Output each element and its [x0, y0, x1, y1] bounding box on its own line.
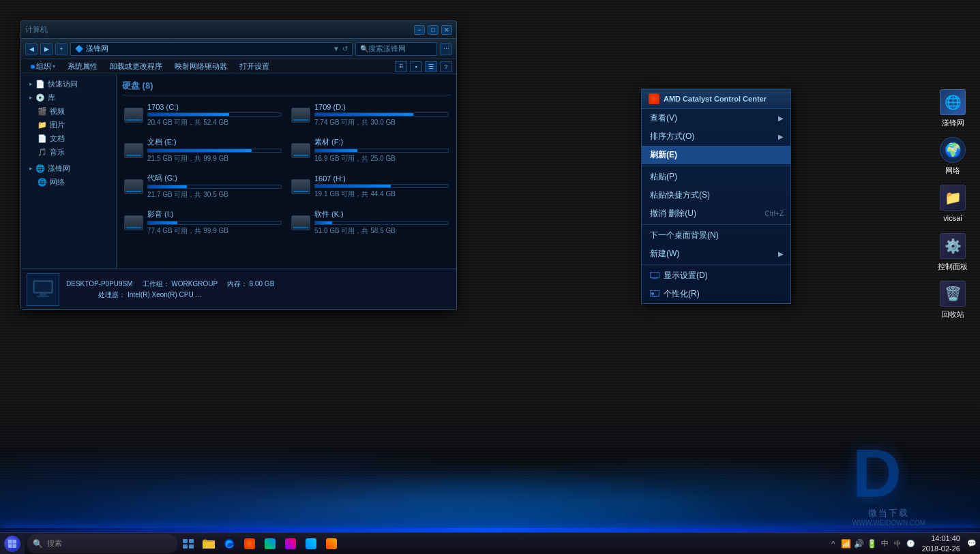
ctx-item-sort[interactable]: 排序方式(O) ▶ [642, 127, 790, 146]
taskbar-app5-icon[interactable] [322, 534, 341, 553]
start-button[interactable] [0, 533, 25, 555]
explorer-title: 计算机 [25, 25, 48, 35]
drive-c-info: 1703 (C:) 20.4 GB 可用，共 52.4 GB [147, 103, 282, 127]
refresh-icon[interactable]: ↺ [342, 45, 348, 52]
taskbar-edge-icon[interactable] [220, 534, 239, 553]
drive-e-icon [124, 141, 143, 160]
explorer-toolbar: ◀ ▶ + 🔷 漾锋网 ▼ ↺ 🔍 搜索漾锋网 ⋯ [21, 39, 456, 59]
ctx-display-inner: 显示设置(D) [650, 270, 708, 281]
address-dropdown-icon[interactable]: ▼ [333, 45, 340, 52]
sidebar-yangfeng-label: 漾锋网 [48, 164, 70, 174]
drive-c-icon [124, 106, 143, 125]
taskbar-app2-icon[interactable] [261, 534, 280, 553]
sidebar-network-label: 网络 [50, 177, 65, 187]
drive-k[interactable]: 软件 (K:) 51.0 GB 可用，共 58.5 GB [289, 207, 451, 238]
hdd-icon-f [291, 143, 310, 158]
desktop-icon-controlpanel[interactable]: ⚙️ 控制面板 [932, 232, 973, 272]
drive-f[interactable]: 素材 (F:) 16.9 GB 可用，共 25.0 GB [289, 135, 451, 166]
svg-point-10 [651, 292, 654, 295]
ctx-personalize-inner: 个性化(R) [650, 288, 700, 300]
view-icon-btn1[interactable]: ⠿ [395, 61, 407, 72]
desktop-icons: 🌐 漾锋网 🌍 网络 📁 vicsai ⚙️ 控制面板 [932, 89, 973, 320]
ctx-item-view[interactable]: 查看(V) ▶ [642, 109, 790, 127]
menu-system-props[interactable]: 系统属性 [62, 61, 103, 73]
ctx-paste-label: 粘贴(P) [650, 171, 677, 183]
ctx-item-undo[interactable]: 撤消 删除(U) Ctrl+Z [642, 204, 790, 223]
hdd-icon-g [124, 179, 143, 194]
sidebar-documents-label: 文档 [50, 134, 65, 144]
drive-e[interactable]: 文档 (E:) 21.5 GB 可用，共 99.9 GB [122, 135, 284, 166]
menu-open-settings[interactable]: 打开设置 [234, 61, 275, 73]
desktop-icon-yangfeng[interactable]: 🌐 漾锋网 [932, 89, 973, 128]
drive-d-info: 1709 (D:) 7.74 GB 可用，共 30.0 GB [314, 103, 449, 127]
forward-button[interactable]: ▶ [40, 43, 53, 55]
menu-organize-arrow: ▾ [53, 63, 55, 70]
ctx-item-new[interactable]: 新建(W) ▶ [642, 245, 790, 263]
ctx-item-paste-shortcut[interactable]: 粘贴快捷方式(S) [642, 186, 790, 204]
desktop-icon-vicsai[interactable]: 📁 vicsai [932, 184, 973, 224]
sidebar-item-library[interactable]: ▸ 💿 库 [21, 91, 116, 104]
maximize-button[interactable]: □ [428, 25, 439, 35]
address-bar[interactable]: 🔷 漾锋网 ▼ ↺ [70, 42, 353, 56]
ctx-item-personalize[interactable]: 个性化(R) [642, 285, 790, 303]
ctx-item-paste[interactable]: 粘贴(P) [642, 168, 790, 186]
taskbar-app4-icon[interactable] [301, 534, 321, 553]
tray-arrow-icon[interactable]: ^ [828, 538, 839, 549]
minimize-button[interactable]: − [414, 25, 425, 35]
tray-clock-icon[interactable]: 🕐 [905, 538, 916, 549]
sidebar-item-music[interactable]: 🎵 音乐 [21, 145, 116, 159]
sidebar-item-documents[interactable]: 📄 文档 [21, 132, 116, 145]
taskbar-app1-icon[interactable] [240, 534, 259, 553]
tray-network-icon[interactable]: 📶 [841, 538, 852, 549]
view-icon-btn3[interactable]: ☰ [425, 61, 437, 72]
taskbar-app3-icon[interactable] [281, 534, 300, 553]
explorer-main: 硬盘 (8) 1703 (C:) 20.4 GB 可用，共 52.4 GB [117, 74, 456, 268]
menu-map-drive-label: 映射网络驱动器 [175, 61, 227, 72]
drive-i[interactable]: 影音 (I:) 77.4 GB 可用，共 99.9 GB [122, 207, 284, 238]
taskbar-search-icon[interactable]: 🔍 搜索 [27, 534, 177, 553]
sidebar-item-yangfeng[interactable]: ▸ 🌐 漾锋网 [21, 161, 116, 175]
menu-organize[interactable]: 组织 ▾ [25, 61, 61, 73]
svg-rect-11 [653, 296, 656, 297]
close-button[interactable]: ✕ [441, 25, 452, 35]
tray-volume-icon[interactable]: 🔊 [854, 538, 865, 549]
options-button[interactable]: ⋯ [440, 43, 452, 55]
drive-h[interactable]: 1607 (H:) 19.1 GB 可用，共 44.4 GB [289, 171, 451, 202]
ctx-undo-shortcut: Ctrl+Z [765, 210, 784, 217]
taskbar-clock[interactable]: 14:01:40 2018-02-26 [918, 534, 964, 553]
drive-i-bar-bg [147, 221, 282, 225]
taskbar: 🔍 搜索 [0, 532, 980, 554]
sidebar-item-video[interactable]: 🎬 视频 [21, 104, 116, 118]
drive-g[interactable]: 代码 (G:) 21.7 GB 可用，共 30.5 GB [122, 171, 284, 202]
drive-d[interactable]: 1709 (D:) 7.74 GB 可用，共 30.0 GB [289, 101, 451, 129]
menu-map-drive[interactable]: 映射网络驱动器 [169, 61, 233, 73]
tray-notification-icon[interactable]: 💬 [966, 538, 977, 549]
view-icon-btn2[interactable]: ▪ [410, 61, 422, 72]
ctx-item-next-bg[interactable]: 下一个桌面背景(N) [642, 226, 790, 245]
ctx-view-arrow: ▶ [778, 114, 784, 122]
drive-e-bar-bg [147, 149, 282, 153]
desktop-icon-trash[interactable]: 🗑️ 回收站 [932, 280, 973, 320]
ctx-item-refresh[interactable]: 刷新(E) [642, 146, 790, 164]
drive-c[interactable]: 1703 (C:) 20.4 GB 可用，共 52.4 GB [122, 101, 284, 129]
sidebar-item-network[interactable]: 🌐 网络 [21, 175, 116, 189]
taskbar-taskview-icon[interactable] [179, 534, 198, 553]
tray-battery-icon[interactable]: 🔋 [867, 538, 878, 549]
taskbar-pinned-icons: 🔍 搜索 [25, 534, 825, 553]
up-button[interactable]: + [55, 43, 68, 55]
taskbar-explorer-icon[interactable] [199, 534, 218, 553]
tray-ime-icon[interactable]: 中 [892, 538, 903, 549]
drive-i-name: 影音 (I:) [147, 209, 282, 219]
ctx-item-display[interactable]: 显示设置(D) [642, 266, 790, 285]
help-btn[interactable]: ? [440, 61, 452, 72]
network-icon: 🌍 [939, 136, 966, 164]
sidebar-item-quickaccess[interactable]: ▸ 📄 快速访问 [21, 77, 116, 91]
sidebar-expand-icon: ▸ [29, 80, 33, 87]
search-bar[interactable]: 🔍 搜索漾锋网 [355, 42, 437, 56]
tray-lang[interactable]: 中 [880, 538, 890, 549]
explorer-titlebar: 计算机 − □ ✕ [21, 21, 456, 39]
desktop-icon-network[interactable]: 🌍 网络 [932, 136, 973, 176]
back-button[interactable]: ◀ [25, 43, 38, 55]
menu-uninstall[interactable]: 卸载或更改程序 [104, 61, 168, 73]
sidebar-item-pictures[interactable]: 📁 图片 [21, 118, 116, 132]
